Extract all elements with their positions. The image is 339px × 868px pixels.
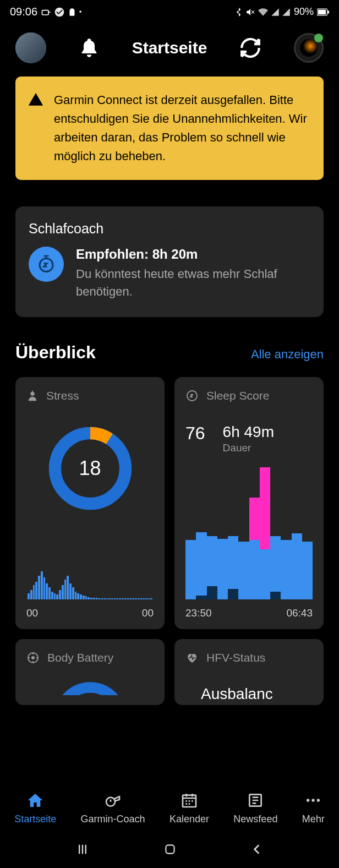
svg-rect-0	[42, 10, 49, 14]
recent-apps-icon[interactable]	[75, 842, 90, 857]
more-icon	[304, 791, 322, 809]
nav-newsfeed-label: Newsfeed	[233, 814, 277, 825]
overview-title: Überblick	[15, 342, 96, 363]
sleep-stage-chart	[185, 467, 313, 599]
heart-icon	[185, 651, 199, 664]
svg-rect-2	[318, 9, 326, 14]
calendar-icon	[181, 791, 198, 809]
svg-point-13	[52, 680, 129, 695]
stress-label: Stress	[46, 389, 79, 402]
newsfeed-icon	[247, 791, 264, 809]
battery-icon	[317, 8, 329, 16]
app-header: Startseite	[0, 23, 339, 77]
sleep-duration-label: Dauer	[223, 442, 274, 454]
sleep-coach-icon	[29, 247, 64, 282]
sleep-icon	[185, 389, 199, 402]
back-icon[interactable]	[250, 842, 264, 856]
status-bar: 09:06 • 90%	[0, 0, 339, 23]
sleep-axis-end: 06:43	[286, 607, 313, 619]
body-battery-icon	[26, 651, 40, 664]
svg-point-17	[307, 799, 309, 801]
nav-coach[interactable]: Garmin-Coach	[81, 791, 145, 825]
svg-rect-3	[327, 10, 329, 13]
stress-axis-start: 00	[26, 607, 38, 619]
svg-point-5	[30, 392, 34, 396]
sleep-coach-subtitle: Du könntest heute etwas mehr Schlaf benö…	[76, 265, 310, 301]
sleep-score-value: 76	[185, 423, 205, 444]
device-status-dot	[314, 34, 323, 42]
whistle-icon	[104, 791, 122, 809]
status-battery: 90%	[294, 6, 314, 18]
hfv-status-card[interactable]: HFV-Status Ausbalanc	[174, 639, 324, 705]
svg-rect-20	[166, 845, 174, 853]
body-battery-label: Body Battery	[47, 651, 113, 664]
stress-icon	[26, 390, 39, 402]
status-right-icons	[234, 7, 291, 17]
nav-calendar-label: Kalender	[170, 814, 209, 825]
outage-alert: Garmin Connect ist derzeit ausgefallen. …	[15, 77, 324, 180]
alert-text: Garmin Connect ist derzeit ausgefallen. …	[54, 91, 311, 166]
device-icon[interactable]	[294, 33, 324, 63]
stress-axis-end: 00	[142, 607, 154, 619]
sleep-axis-start: 23:50	[185, 607, 212, 619]
overview-show-all-link[interactable]: Alle anzeigen	[251, 347, 324, 362]
sleep-label: Sleep Score	[206, 389, 269, 402]
sleep-coach-card[interactable]: Schlafcoach Empfohlen: 8h 20m Du könntes…	[15, 206, 324, 317]
nav-home[interactable]: Startseite	[14, 791, 56, 825]
sleep-coach-recommendation: Empfohlen: 8h 20m	[76, 247, 310, 262]
sleep-duration: 6h 49m	[223, 423, 274, 441]
svg-point-11	[32, 657, 34, 659]
body-battery-ring	[52, 680, 129, 695]
overview-header: Überblick Alle anzeigen	[15, 342, 324, 363]
svg-point-19	[317, 799, 320, 801]
page-title: Startseite	[132, 39, 207, 57]
hfv-status-value: Ausbalanc	[201, 685, 313, 703]
stress-card[interactable]: Stress 18	[15, 377, 165, 629]
bottom-nav: Startseite Garmin-Coach Kalender Newsfee…	[0, 784, 339, 831]
status-left-icons: •	[41, 7, 81, 18]
notifications-icon[interactable]	[78, 36, 100, 60]
hfv-label: HFV-Status	[206, 651, 265, 664]
svg-point-18	[312, 799, 315, 801]
sleep-coach-title: Schlafcoach	[29, 221, 310, 237]
nav-calendar[interactable]: Kalender	[170, 791, 209, 825]
nav-more[interactable]: Mehr	[302, 791, 325, 825]
sync-icon[interactable]	[239, 36, 262, 59]
body-battery-card[interactable]: Body Battery	[15, 639, 165, 705]
nav-more-label: Mehr	[302, 814, 325, 825]
home-system-icon[interactable]	[163, 842, 177, 856]
nav-home-label: Startseite	[14, 814, 56, 825]
nav-newsfeed[interactable]: Newsfeed	[233, 791, 277, 825]
avatar[interactable]	[15, 32, 46, 63]
stress-ring-chart: 18	[46, 424, 134, 512]
stress-bar-chart	[26, 567, 154, 599]
home-icon	[26, 791, 44, 809]
stress-value: 18	[46, 424, 134, 512]
nav-coach-label: Garmin-Coach	[81, 814, 145, 825]
warning-icon	[28, 92, 44, 107]
system-nav	[0, 831, 339, 868]
sleep-score-card[interactable]: Sleep Score 76 6h 49m Dauer	[174, 377, 324, 629]
status-time: 09:06	[10, 6, 37, 18]
